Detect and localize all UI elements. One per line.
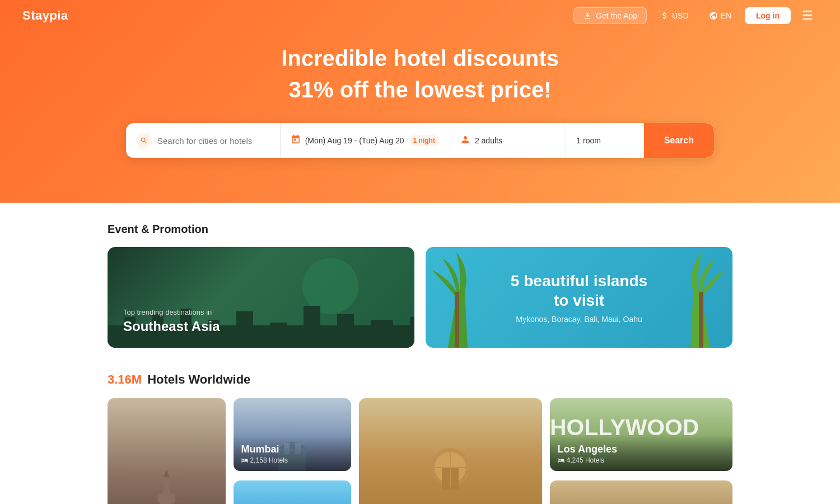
hotels-count: 3.16M xyxy=(108,372,142,387)
download-icon xyxy=(583,11,592,20)
guests-section[interactable]: 2 adults xyxy=(450,123,566,158)
city-card-honolulu[interactable]: Honolulu xyxy=(234,480,352,504)
promo-card-1-content: Top trending destinations in Southeast A… xyxy=(108,295,414,348)
room-section[interactable]: 1 room xyxy=(566,123,643,158)
search-input-section[interactable] xyxy=(126,123,281,158)
promo-card-islands[interactable]: 5 beautiful islandsto visit Mykonos, Bor… xyxy=(426,247,732,348)
rooms-text: 1 room xyxy=(576,136,601,145)
language-label: EN xyxy=(721,11,731,20)
login-button[interactable]: Log in xyxy=(745,7,791,24)
mumbai-overlay: Mumbai 2,158 Hotels xyxy=(234,435,352,471)
header-right: Get the App USD EN Log in ☰ xyxy=(573,5,818,26)
date-range-text: (Mon) Aug 19 - (Tue) Aug 20 xyxy=(305,136,404,145)
get-app-button[interactable]: Get the App xyxy=(573,7,647,24)
promo-card-2-content: 5 beautiful islandsto visit Mykonos, Bor… xyxy=(426,271,732,324)
hotel-icon-la xyxy=(558,457,564,464)
hotel-icon xyxy=(241,457,248,464)
adults-text: 2 adults xyxy=(475,136,502,145)
hotels-worldwide-section: 3.16M Hotels Worldwide Milan xyxy=(108,372,732,504)
hero-title-line2: 31% off the lowest price! xyxy=(22,76,818,103)
la-overlay: Los Angeles 4,245 Hotels xyxy=(550,435,732,471)
mexico-dome xyxy=(428,445,473,490)
get-app-label: Get the App xyxy=(596,11,637,20)
milan-skyline xyxy=(108,468,226,504)
la-hotels-count: 4,245 Hotels xyxy=(567,456,604,464)
calendar-icon xyxy=(291,134,301,147)
event-promotion-section: Event & Promotion Top trending destinati… xyxy=(108,223,732,348)
header: Staypia Get the App USD EN Log in ☰ xyxy=(0,0,840,31)
globe-icon xyxy=(709,11,718,20)
hotels-label: Hotels Worldwide xyxy=(147,372,250,387)
hotels-header: 3.16M Hotels Worldwide xyxy=(108,372,732,387)
logo: Staypia xyxy=(22,8,68,23)
la-name: Los Angeles xyxy=(558,444,725,455)
svg-marker-4 xyxy=(164,470,170,477)
search-bar: (Mon) Aug 19 - (Tue) Aug 20 1 night 2 ad… xyxy=(126,123,714,158)
la-hotels: 4,245 Hotels xyxy=(558,456,725,464)
city-card-los-angeles[interactable]: HOLLYWOOD Los Angeles 4,245 Hotels xyxy=(550,398,732,471)
promo-card-southeast-asia[interactable]: Top trending destinations in Southeast A… xyxy=(108,247,414,348)
mumbai-hotels-count: 2,158 Hotels xyxy=(250,456,288,464)
nights-badge: 1 night xyxy=(409,135,440,146)
search-button[interactable]: Search xyxy=(644,123,714,158)
promo1-big-text: Southeast Asia xyxy=(123,319,399,334)
search-icon-wrap xyxy=(136,133,152,148)
main-content: Event & Promotion Top trending destinati… xyxy=(0,203,840,504)
menu-button[interactable]: ☰ xyxy=(797,5,818,26)
city-card-mumbai[interactable]: Mumbai 2,158 Hotels xyxy=(234,398,352,471)
promo2-big-text: 5 beautiful islandsto visit xyxy=(437,271,721,310)
event-promotion-title: Event & Promotion xyxy=(108,223,732,236)
city-card-zurich[interactable]: Zurich xyxy=(550,480,732,504)
dollar-icon xyxy=(660,11,669,20)
language-selector[interactable]: EN xyxy=(702,8,738,24)
mumbai-hotels: 2,158 Hotels xyxy=(241,456,344,464)
search-input[interactable] xyxy=(157,136,270,146)
promo-grid: Top trending destinations in Southeast A… xyxy=(108,247,732,348)
svg-marker-3 xyxy=(158,477,175,504)
promo1-small-text: Top trending destinations in xyxy=(123,308,399,316)
city-card-milan[interactable]: Milan xyxy=(108,398,226,504)
hotels-grid: Milan Mumbai 2,158 Hotels xyxy=(108,398,732,504)
date-section[interactable]: (Mon) Aug 19 - (Tue) Aug 20 1 night xyxy=(281,123,450,158)
currency-selector[interactable]: USD xyxy=(654,8,696,24)
promo2-small-text: Mykonos, Boracay, Bali, Maui, Oahu xyxy=(437,315,721,324)
person-icon xyxy=(460,134,470,147)
mumbai-name: Mumbai xyxy=(241,444,344,455)
search-icon xyxy=(140,137,148,144)
hero-title-line1: Incredible hotel discounts xyxy=(22,45,818,72)
currency-label: USD xyxy=(672,11,689,20)
city-card-mexico-city[interactable]: Mexico City xyxy=(359,398,542,504)
